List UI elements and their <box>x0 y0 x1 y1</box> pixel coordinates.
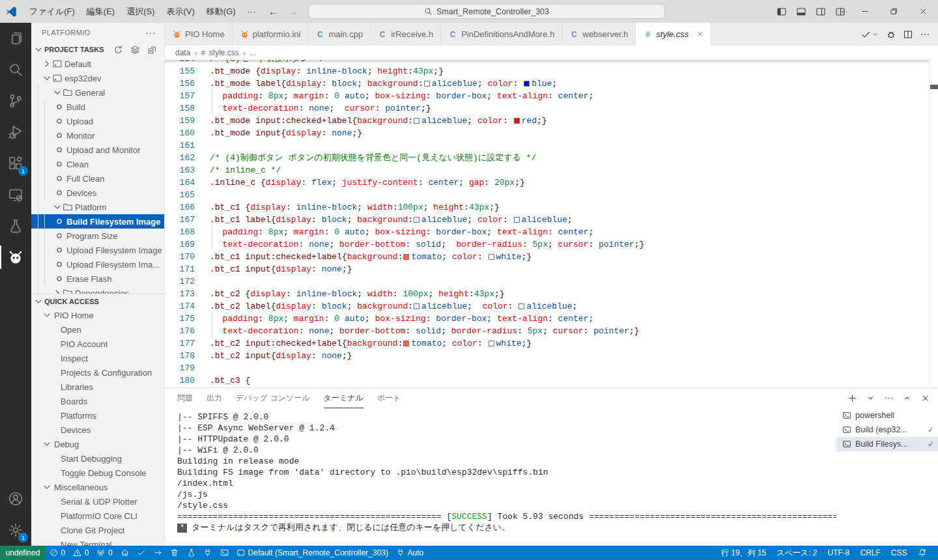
activity-source-control[interactable] <box>0 85 31 117</box>
activity-search[interactable] <box>0 54 31 85</box>
debug-icon[interactable] <box>886 29 896 40</box>
tree-item-monitor[interactable]: Monitor <box>31 128 164 143</box>
tab-webserver-h[interactable]: Cwebserver.h <box>562 23 636 46</box>
panel-tab-[interactable]: 出力 <box>206 389 222 408</box>
tree-item-general[interactable]: General <box>31 85 164 100</box>
scrollbar-thumb[interactable] <box>930 85 938 89</box>
tab-platformio-ini[interactable]: platformio.ini <box>233 23 309 46</box>
status-crlf[interactable]: CRLF <box>855 546 885 560</box>
tree-item-projects-configuration[interactable]: Projects & Configuration <box>31 365 164 380</box>
breadcrumb-folder[interactable]: data <box>175 48 190 57</box>
refresh-icon[interactable] <box>113 44 123 55</box>
close-button[interactable] <box>909 0 938 23</box>
status-trash[interactable] <box>166 546 183 560</box>
menu-[interactable]: ··· <box>242 0 262 23</box>
menu-e[interactable]: 編集(E) <box>81 0 121 23</box>
tree-item-upload-and-monitor[interactable]: Upload and Monitor <box>31 143 164 157</box>
new-terminal-icon[interactable] <box>847 393 857 403</box>
tasks-run-button[interactable] <box>860 29 879 40</box>
tree-item-default[interactable]: Default <box>31 57 164 71</box>
tree-item-inspect[interactable]: Inspect <box>31 351 164 365</box>
maximize-panel-icon[interactable] <box>902 393 912 403</box>
close-icon[interactable] <box>696 31 704 38</box>
status-project[interactable]: Default (Smart_Remote_Controller_303) <box>233 546 392 560</box>
status-19-15[interactable]: 行 19、列 15 <box>716 546 771 560</box>
layout-custom-icon[interactable] <box>831 0 850 23</box>
menu-f[interactable]: ファイル(F) <box>23 0 81 23</box>
tree-item-devices[interactable]: Devices <box>31 423 164 437</box>
activity-accounts[interactable] <box>0 483 31 514</box>
activity-settings[interactable]: 1 <box>0 514 31 546</box>
status-2[interactable]: スペース: 2 <box>771 546 822 560</box>
tree-item-serial-udp-plotter[interactable]: Serial & UDP Plotter <box>31 494 164 509</box>
tree-item-build-filesystem-image[interactable]: Build Filesystem Image <box>31 214 164 229</box>
panel-tab-[interactable]: デバッグ コンソール <box>236 389 310 408</box>
terminal-output[interactable]: |-- SPIFFS @ 2.0.0|-- ESP Async WebServe… <box>165 408 836 546</box>
tree-item-devices[interactable]: Devices <box>31 186 164 200</box>
tab-irreceive-h[interactable]: CirReceive.h <box>371 23 441 46</box>
tab-pio-home[interactable]: PIO Home <box>165 23 233 46</box>
forward-arrow-icon[interactable]: → <box>289 6 298 17</box>
menu-s[interactable]: 選択(S) <box>121 0 160 23</box>
tree-item-dependencies[interactable]: Dependencies <box>31 286 164 294</box>
tab-style-css[interactable]: #style.css <box>636 23 711 46</box>
tree-item-platform[interactable]: Platform <box>31 200 164 214</box>
tree-item-upload-filesystem-ima[interactable]: Upload Filesystem Ima... <box>31 257 164 272</box>
tree-item-miscellaneous[interactable]: Miscellaneous <box>31 480 164 494</box>
collapse-icon[interactable] <box>147 44 157 55</box>
status-bell[interactable] <box>913 546 932 560</box>
breadcrumb[interactable]: data › # style.css › ... <box>165 46 938 60</box>
activity-testing[interactable] <box>0 210 31 242</box>
tree-item-erase-flash[interactable]: Erase Flash <box>31 272 164 286</box>
editor-scrollbar[interactable] <box>929 60 938 387</box>
activity-run-debug[interactable] <box>0 117 31 148</box>
tree-item-full-clean[interactable]: Full Clean <box>31 171 164 186</box>
status-check[interactable] <box>133 546 150 560</box>
project-tasks-header[interactable]: PROJECT TASKS <box>31 42 164 57</box>
status-terminal[interactable] <box>216 546 233 560</box>
remote-indicator[interactable]: undefined <box>0 546 46 560</box>
sidebar-more-icon[interactable]: ··· <box>145 27 156 38</box>
status-home[interactable] <box>117 546 134 560</box>
terminal-instance-build-filesys[interactable]: Build Filesys...✓ <box>836 437 938 451</box>
tree-item-upload-filesystem-image[interactable]: Upload Filesystem Image <box>31 243 164 257</box>
more-actions-icon[interactable] <box>884 393 894 403</box>
status-broadcast[interactable]: 0 <box>92 546 116 560</box>
layers-icon[interactable] <box>130 44 140 55</box>
tab-main-cpp[interactable]: Cmain.cpp <box>308 23 371 46</box>
tree-item-pio-account[interactable]: PIO Account <box>31 337 164 351</box>
activity-remote-explorer[interactable] <box>0 179 31 210</box>
tree-item-platforms[interactable]: Platforms <box>31 408 164 423</box>
quick-access-header[interactable]: QUICK ACCESS <box>31 294 164 308</box>
status-arrow-right[interactable] <box>150 546 167 560</box>
status-error[interactable]: 0 <box>46 546 69 560</box>
terminal-instance-build-esp32[interactable]: Build (esp32...✓ <box>836 423 938 437</box>
layout-bottom-icon[interactable] <box>791 0 811 23</box>
chevron-down-icon[interactable] <box>866 393 875 403</box>
tab-pindefinitionsandmore-h[interactable]: CPinDefinitionsAndMore.h <box>441 23 562 46</box>
tree-item-debug[interactable]: Debug <box>31 437 164 451</box>
back-arrow-icon[interactable]: ← <box>268 6 278 17</box>
tree-item-start-debugging[interactable]: Start Debugging <box>31 451 164 466</box>
minimize-button[interactable] <box>850 0 879 23</box>
layout-left-icon[interactable] <box>772 0 791 23</box>
tree-item-pio-home[interactable]: PIO Home <box>31 308 164 322</box>
close-panel-icon[interactable] <box>920 393 930 403</box>
terminal-instance-powershell[interactable]: powershell <box>836 408 938 423</box>
status-utf-8[interactable]: UTF-8 <box>822 546 855 560</box>
tree-item-platformio-core-cli[interactable]: PlatformIO Core CLI <box>31 509 164 523</box>
panel-tab-[interactable]: ポート <box>377 389 401 408</box>
activity-platformio[interactable] <box>0 242 31 273</box>
status-warning[interactable]: 0 <box>69 546 92 560</box>
tree-item-new-terminal[interactable]: New Terminal <box>31 537 164 546</box>
tree-item-libraries[interactable]: Libraries <box>31 380 164 394</box>
tree-item-esp32dev[interactable]: esp32dev <box>31 71 164 85</box>
tree-item-build[interactable]: Build <box>31 100 164 114</box>
code-editor[interactable]: 154/* (3)モード切換ボタン */155.bt_mode {display… <box>165 60 938 387</box>
tree-item-boards[interactable]: Boards <box>31 394 164 408</box>
tree-item-toggle-debug-console[interactable]: Toggle Debug Console <box>31 466 164 480</box>
breadcrumb-file[interactable]: style.css <box>209 48 239 57</box>
command-center-search[interactable]: Smart_Remote_Controller_303 <box>308 4 665 19</box>
tree-item-upload[interactable]: Upload <box>31 114 164 128</box>
restore-button[interactable] <box>879 0 909 23</box>
